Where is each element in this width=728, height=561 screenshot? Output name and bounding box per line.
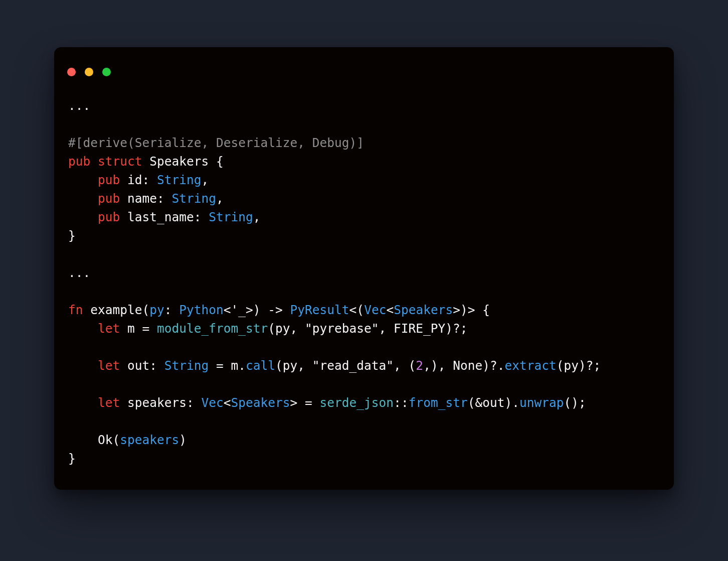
code-token: }: [68, 228, 76, 243]
code-token: serde_json: [320, 395, 394, 410]
code-line: pub id: String,: [68, 173, 209, 187]
code-token: Python: [179, 303, 224, 317]
code-token: ,: [253, 210, 261, 224]
code-token: ,: [216, 191, 224, 206]
code-line: ...: [68, 265, 90, 280]
stage: ... #[derive(Serialize, Deserialize, Deb…: [0, 0, 728, 561]
code-token: [68, 321, 98, 336]
code-token: String: [172, 191, 217, 206]
code-token: Vec: [202, 395, 224, 410]
code-token: ,: [202, 173, 209, 187]
code-token: py: [149, 303, 164, 317]
code-token: [90, 154, 98, 169]
code-line: ...: [68, 98, 90, 113]
code-line: }: [68, 451, 76, 466]
code-token: #[derive(Serialize, Deserialize, Debug)]: [68, 135, 364, 150]
code-token: m =: [120, 321, 157, 336]
code-token: <: [386, 303, 394, 317]
code-token: ...: [68, 98, 90, 113]
code-line: Ok(speakers): [68, 433, 187, 447]
code-token: }: [68, 451, 76, 466]
code-token: <'_>) ->: [224, 303, 290, 317]
code-token: from_str: [409, 395, 468, 410]
code-token: PyResult: [290, 303, 349, 317]
code-token: module_from_str: [157, 321, 268, 336]
code-token: last_name:: [120, 210, 209, 224]
code-token: Vec: [364, 303, 386, 317]
code-token: ();: [564, 395, 586, 410]
code-token: speakers: [120, 433, 179, 447]
code-token: (py, "read_data", (: [275, 358, 416, 373]
code-line: pub name: String,: [68, 191, 224, 206]
code-token: 2: [416, 358, 423, 373]
code-token: (py, "pyrebase", FIRE_PY)?;: [268, 321, 467, 336]
code-token: example(: [83, 303, 150, 317]
code-token: ,), None)?.: [423, 358, 504, 373]
code-line: pub struct Speakers {: [68, 154, 224, 169]
code-token: out:: [120, 358, 164, 373]
code-token: pub: [68, 154, 90, 169]
code-token: extract: [504, 358, 556, 373]
code-token: Speakers {: [142, 154, 224, 169]
zoom-icon[interactable]: [102, 68, 111, 76]
code-token: > =: [290, 395, 320, 410]
code-block: ... #[derive(Serialize, Deserialize, Deb…: [54, 76, 674, 490]
code-line: let m = module_from_str(py, "pyrebase", …: [68, 321, 468, 336]
code-token: pub: [98, 173, 120, 187]
minimize-icon[interactable]: [85, 68, 93, 76]
code-token: [68, 173, 98, 187]
code-token: :: [164, 303, 179, 317]
code-token: >)> {: [453, 303, 490, 317]
code-token: String: [157, 173, 202, 187]
code-line: let out: String = m.call(py, "read_data"…: [68, 358, 601, 373]
code-token: Ok(: [68, 433, 120, 447]
code-token: let: [98, 358, 120, 373]
code-token: pub: [98, 210, 120, 224]
code-token: <(: [349, 303, 365, 317]
code-line: fn example(py: Python<'_>) -> PyResult<(…: [68, 303, 490, 317]
code-token: <: [224, 395, 231, 410]
code-token: Speakers: [394, 303, 453, 317]
close-icon[interactable]: [67, 68, 76, 76]
traffic-lights: [67, 68, 111, 76]
code-token: [68, 358, 98, 373]
code-token: Speakers: [231, 395, 290, 410]
code-token: (py)?;: [557, 358, 601, 373]
code-token: id:: [120, 173, 157, 187]
code-token: let: [98, 321, 120, 336]
code-token: [68, 395, 98, 410]
code-window: ... #[derive(Serialize, Deserialize, Deb…: [54, 47, 674, 490]
code-line: #[derive(Serialize, Deserialize, Debug)]: [68, 135, 364, 150]
code-token: [68, 191, 98, 206]
code-token: struct: [98, 154, 142, 169]
code-token: pub: [98, 191, 120, 206]
code-token: ...: [68, 265, 90, 280]
code-token: = m.: [209, 358, 246, 373]
code-token: ): [179, 433, 187, 447]
code-token: speakers:: [120, 395, 201, 410]
code-token: String: [164, 358, 209, 373]
code-token: String: [209, 210, 253, 224]
code-token: [68, 210, 98, 224]
window-titlebar: [54, 47, 674, 76]
code-token: name:: [120, 191, 171, 206]
code-token: ::: [394, 395, 409, 410]
code-token: (&out).: [468, 395, 519, 410]
code-token: let: [98, 395, 120, 410]
code-token: fn: [68, 303, 83, 317]
code-token: unwrap: [519, 395, 564, 410]
code-token: call: [246, 358, 275, 373]
code-line: pub last_name: String,: [68, 210, 261, 224]
code-line: let speakers: Vec<Speakers> = serde_json…: [68, 395, 586, 410]
code-line: }: [68, 228, 76, 243]
